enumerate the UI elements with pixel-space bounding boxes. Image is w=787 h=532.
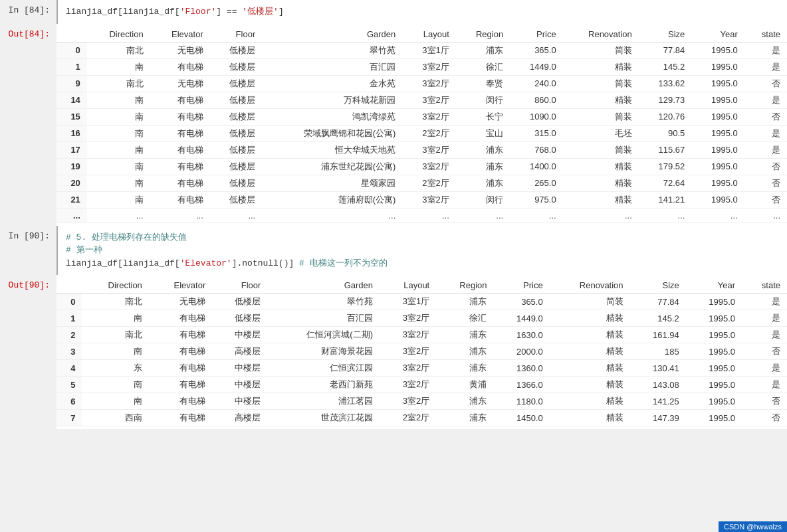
table-header-90: Direction Elevator Floor Garden Layout R… xyxy=(56,278,787,294)
data-cell: 南 xyxy=(87,125,150,141)
data-cell: 3室2厅 xyxy=(402,141,455,158)
data-cell: ... xyxy=(402,208,455,222)
table-row: 15南有电梯低楼层鸿凯湾绿苑3室2厅长宁1090.0简装120.761995.0… xyxy=(56,108,787,125)
data-cell: 简装 xyxy=(550,294,630,310)
data-cell: 低楼层 xyxy=(210,125,262,141)
data-cell: 荣域飘鹰锦和花园(公寓) xyxy=(262,125,402,141)
col-header-region: Region xyxy=(456,27,510,43)
data-cell: 115.67 xyxy=(639,141,692,158)
data-cell: ... xyxy=(563,208,639,222)
data-cell: 是 xyxy=(744,141,787,158)
code-comment-1: # 5. 处理电梯列存在的缺失值 xyxy=(66,231,779,244)
data-cell: 145.2 xyxy=(630,310,686,327)
cell-content-90[interactable]: # 5. 处理电梯列存在的缺失值 # 第一种 lianjia_df[lianji… xyxy=(56,226,787,276)
data-cell: 否 xyxy=(742,410,787,426)
data-cell: 有电梯 xyxy=(150,141,210,158)
data-cell: 简装 xyxy=(563,75,639,92)
data-cell: 1090.0 xyxy=(510,108,563,125)
data-cell: 低楼层 xyxy=(210,92,262,108)
table-header-84: Direction Elevator Floor Garden Layout R… xyxy=(56,27,787,43)
data-cell: 有电梯 xyxy=(150,175,210,191)
cell-output-84: Out[84]: Direction Elevator Floor Garden… xyxy=(0,24,787,226)
table-row: 0南北无电梯低楼层翠竹苑3室1厅浦东365.0简装77.841995.0是 xyxy=(56,42,787,58)
data-cell: 否 xyxy=(742,393,787,410)
data-cell: ... xyxy=(456,208,510,222)
data-cell: 精装 xyxy=(550,377,630,393)
cell-input-84: In [84]: lianjia_df[lianjia_df['Floor'] … xyxy=(0,0,787,24)
data-cell: 简装 xyxy=(563,42,639,58)
data-cell: 徐汇 xyxy=(456,58,510,75)
data-cell: 中楼层 xyxy=(212,393,267,410)
data-cell: 精装 xyxy=(563,58,639,75)
data-cell: 141.21 xyxy=(639,191,692,208)
data-cell: 是 xyxy=(742,377,787,393)
data-cell: 1995.0 xyxy=(691,158,744,175)
data-cell: 低楼层 xyxy=(210,158,262,175)
data-cell: 南 xyxy=(87,108,150,125)
data-cell: 是 xyxy=(742,310,787,327)
data-cell: 147.39 xyxy=(630,410,686,426)
data-cell: 是 xyxy=(742,327,787,343)
index-cell: 5 xyxy=(56,377,82,393)
data-cell: 1995.0 xyxy=(686,343,742,360)
col-h-size2: Size xyxy=(630,278,686,294)
data-cell: 1630.0 xyxy=(493,327,549,343)
data-cell: 145.2 xyxy=(639,58,692,75)
data-cell: 南北 xyxy=(82,294,148,310)
index-cell: 21 xyxy=(56,191,87,208)
data-cell: 南 xyxy=(87,92,150,108)
table-row: 14南有电梯低楼层万科城花新园3室2厅闵行860.0精装129.731995.0… xyxy=(56,92,787,108)
data-cell: 浦东 xyxy=(436,360,493,377)
data-cell: 1360.0 xyxy=(493,360,549,377)
data-cell: 老西门新苑 xyxy=(267,377,380,393)
col-h-region2: Region xyxy=(436,278,493,294)
data-cell: 否 xyxy=(744,158,787,175)
data-cell: 860.0 xyxy=(510,92,563,108)
data-cell: 133.62 xyxy=(639,75,692,92)
index-cell: 0 xyxy=(56,294,82,310)
data-cell: 否 xyxy=(744,75,787,92)
col-header-layout: Layout xyxy=(402,27,455,43)
data-cell: 是 xyxy=(744,92,787,108)
dataframe-84: Direction Elevator Floor Garden Layout R… xyxy=(56,27,787,223)
data-cell: 南 xyxy=(87,175,150,191)
table-row: 7西南有电梯高楼层世茂滨江花园2室2厅浦东1450.0精装147.391995.… xyxy=(56,410,787,426)
col-h-layout2: Layout xyxy=(380,278,436,294)
data-cell: 1450.0 xyxy=(493,410,549,426)
data-cell: 翠竹苑 xyxy=(267,294,380,310)
data-cell: 精装 xyxy=(563,191,639,208)
data-cell: 1400.0 xyxy=(510,158,563,175)
data-cell: 仁恒河滨城(二期) xyxy=(267,327,380,343)
table-row: 19南有电梯低楼层浦东世纪花园(公寓)3室2厅浦东1400.0精装179.521… xyxy=(56,158,787,175)
data-cell: 浦东世纪花园(公寓) xyxy=(262,158,402,175)
data-cell: 恒大华城天地苑 xyxy=(262,141,402,158)
data-cell: 1995.0 xyxy=(691,125,744,141)
index-cell: 2 xyxy=(56,327,82,343)
data-cell: 精装 xyxy=(563,158,639,175)
data-cell: 精装 xyxy=(550,410,630,426)
data-cell: 精装 xyxy=(550,310,630,327)
data-cell: 1180.0 xyxy=(493,393,549,410)
data-cell: 低楼层 xyxy=(210,175,262,191)
data-cell: 否 xyxy=(744,191,787,208)
data-cell: 南北 xyxy=(82,327,148,343)
data-cell: 90.5 xyxy=(639,125,692,141)
data-cell: 3室2厅 xyxy=(380,343,436,360)
data-cell: 财富海景花园 xyxy=(267,343,380,360)
data-cell: 仁恒滨江园 xyxy=(267,360,380,377)
cell-content-84[interactable]: lianjia_df[lianjia_df['Floor'] == '低楼层'] xyxy=(56,0,787,24)
table-row: 3南有电梯高楼层财富海景花园3室2厅浦东2000.0精装1851995.0否 xyxy=(56,343,787,360)
data-cell: 中楼层 xyxy=(212,377,267,393)
table-row: 4东有电梯中楼层仁恒滨江园3室2厅浦东1360.0精装130.411995.0是 xyxy=(56,360,787,377)
data-cell: 有电梯 xyxy=(150,108,210,125)
index-cell: 20 xyxy=(56,175,87,191)
table-row: 1南有电梯低楼层百汇园3室2厅徐汇1449.0精装145.21995.0是 xyxy=(56,310,787,327)
data-cell: 高楼层 xyxy=(212,410,267,426)
data-cell: 低楼层 xyxy=(212,310,267,327)
data-cell: ... xyxy=(510,208,563,222)
data-cell: 徐汇 xyxy=(436,310,493,327)
data-cell: 无电梯 xyxy=(150,42,210,58)
data-cell: 975.0 xyxy=(510,191,563,208)
data-cell: 奉贤 xyxy=(456,75,510,92)
table-wrapper-90: Direction Elevator Floor Garden Layout R… xyxy=(56,275,787,429)
